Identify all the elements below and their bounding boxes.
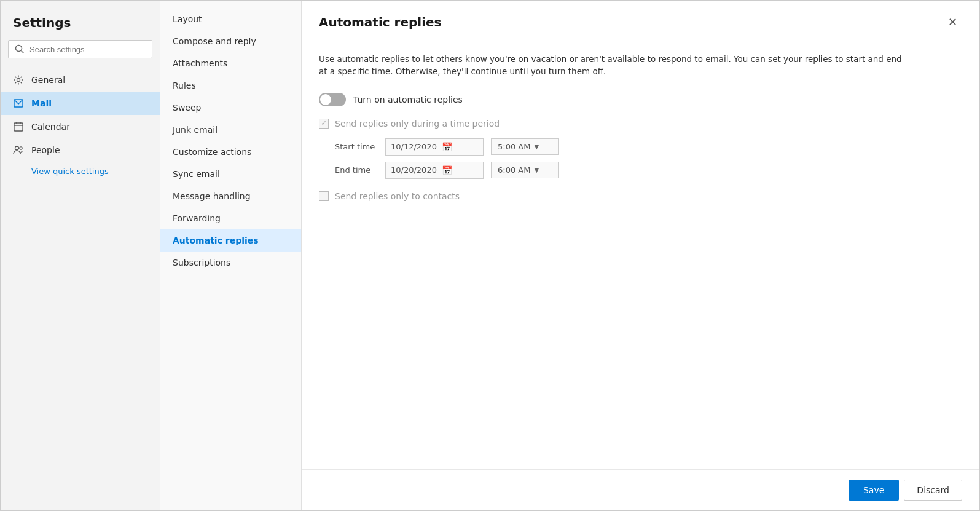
- description-text: Use automatic replies to let others know…: [319, 53, 909, 78]
- mid-nav-attachments[interactable]: Attachments: [160, 52, 301, 74]
- start-time-value: 5:00 AM: [498, 142, 530, 151]
- toggle-row: Turn on automatic replies: [319, 93, 962, 106]
- footer-bar: Save Discard: [302, 469, 979, 510]
- end-date-value: 10/20/2020: [391, 165, 437, 175]
- search-box[interactable]: [8, 40, 152, 58]
- gear-icon: [13, 74, 24, 85]
- sidebar-calendar-label: Calendar: [31, 122, 70, 132]
- end-time-select[interactable]: 6:00 AM ▼: [491, 162, 559, 178]
- svg-rect-4: [14, 123, 23, 131]
- calendar-icon: [13, 121, 24, 132]
- start-time-label: Start time: [335, 142, 378, 151]
- contacts-label: Send replies only to contacts: [335, 191, 460, 201]
- mid-nav: Layout Compose and reply Attachments Rul…: [160, 1, 302, 510]
- calendar-icon-start: 📅: [442, 142, 452, 152]
- end-time-row: End time 10/20/2020 📅 6:00 AM ▼: [335, 162, 962, 179]
- time-period-label: Send replies only during a time period: [335, 119, 500, 129]
- mid-nav-junk[interactable]: Junk email: [160, 119, 301, 141]
- calendar-icon-end: 📅: [442, 165, 452, 175]
- mid-nav-automatic-replies[interactable]: Automatic replies: [160, 229, 301, 252]
- contacts-checkbox-row: Send replies only to contacts: [319, 191, 962, 201]
- sidebar-item-mail[interactable]: Mail: [1, 92, 160, 115]
- start-time-chevron: ▼: [534, 143, 539, 150]
- end-time-chevron: ▼: [534, 167, 539, 173]
- svg-point-9: [20, 147, 22, 149]
- mid-nav-subscriptions[interactable]: Subscriptions: [160, 252, 301, 274]
- mid-nav-sweep[interactable]: Sweep: [160, 97, 301, 119]
- svg-line-1: [22, 51, 24, 53]
- svg-point-2: [17, 79, 20, 82]
- toggle-knob: [320, 94, 331, 105]
- sidebar-item-calendar[interactable]: Calendar: [1, 115, 160, 138]
- sidebar-item-people[interactable]: People: [1, 138, 160, 162]
- start-date-input[interactable]: 10/12/2020 📅: [385, 138, 484, 156]
- sidebar-people-label: People: [31, 145, 60, 155]
- toggle-label: Turn on automatic replies: [353, 95, 463, 105]
- end-date-input[interactable]: 10/20/2020 📅: [385, 162, 484, 179]
- mail-icon: [13, 98, 24, 109]
- mid-nav-rules[interactable]: Rules: [160, 74, 301, 97]
- time-period-checkbox-row: Send replies only during a time period: [319, 119, 962, 129]
- mid-nav-layout[interactable]: Layout: [160, 8, 301, 30]
- time-period-checkbox[interactable]: [319, 119, 329, 129]
- svg-point-0: [16, 46, 22, 52]
- close-button[interactable]: ✕: [943, 13, 962, 31]
- people-icon: [13, 145, 24, 156]
- sidebar-general-label: General: [31, 75, 65, 85]
- discard-button[interactable]: Discard: [904, 480, 962, 501]
- mid-nav-customize[interactable]: Customize actions: [160, 141, 301, 163]
- search-input[interactable]: [29, 45, 146, 54]
- contacts-checkbox[interactable]: [319, 191, 329, 201]
- mid-nav-sync[interactable]: Sync email: [160, 163, 301, 185]
- mid-nav-message-handling[interactable]: Message handling: [160, 185, 301, 207]
- end-time-label: End time: [335, 165, 378, 175]
- time-section: Start time 10/12/2020 📅 5:00 AM ▼ End ti…: [335, 138, 962, 179]
- sidebar-item-general[interactable]: General: [1, 68, 160, 92]
- start-date-value: 10/12/2020: [391, 142, 437, 151]
- main-content: Automatic replies ✕ Use automatic replie…: [302, 1, 979, 510]
- search-icon: [15, 44, 25, 54]
- start-time-select[interactable]: 5:00 AM ▼: [491, 138, 559, 155]
- mid-nav-compose[interactable]: Compose and reply: [160, 30, 301, 52]
- main-header: Automatic replies ✕: [302, 1, 979, 38]
- svg-point-8: [15, 146, 19, 150]
- page-title: Automatic replies: [319, 15, 442, 30]
- view-quick-settings-link[interactable]: View quick settings: [1, 162, 160, 181]
- automatic-replies-toggle[interactable]: [319, 93, 346, 106]
- end-time-value: 6:00 AM: [498, 165, 530, 175]
- main-body: Use automatic replies to let others know…: [302, 38, 979, 469]
- save-button[interactable]: Save: [849, 480, 899, 501]
- settings-title: Settings: [1, 10, 160, 40]
- sidebar-mail-label: Mail: [31, 98, 52, 108]
- start-time-row: Start time 10/12/2020 📅 5:00 AM ▼: [335, 138, 962, 156]
- mid-nav-forwarding[interactable]: Forwarding: [160, 207, 301, 229]
